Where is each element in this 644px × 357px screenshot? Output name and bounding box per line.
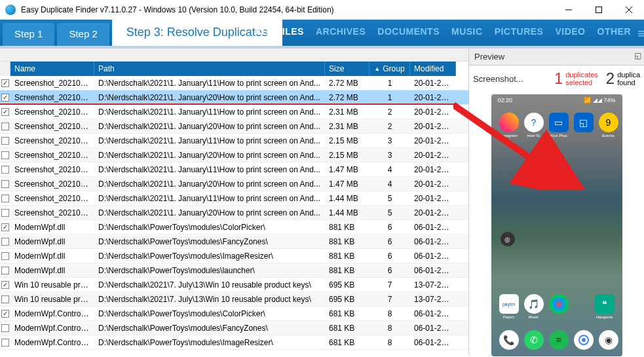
row-checkbox[interactable]: ✓	[0, 79, 10, 87]
header-name[interactable]: Name	[10, 62, 94, 76]
cell-name: ModernWpf.Controls....	[10, 309, 94, 318]
table-row[interactable]: ✓Screenshot_202101...D:\Nerdschalk\2021\…	[0, 76, 468, 90]
cell-modified: 06-01-2021	[410, 223, 456, 232]
preview-header: Preview ◱	[469, 48, 644, 66]
row-checkbox[interactable]	[0, 238, 10, 246]
table-row[interactable]: ✓Win 10 reusable pro...D:\Nerdschalk\202…	[0, 278, 468, 292]
table-row[interactable]: Screenshot_202101...D:\Nerdschalk\2021\1…	[0, 148, 468, 162]
cell-group: 5	[369, 194, 410, 203]
row-checkbox[interactable]	[0, 267, 10, 274]
cell-path: D:\Nerdschalk\2021\1. January\11\How to …	[94, 194, 325, 203]
header-size[interactable]: Size	[325, 62, 369, 76]
row-checkbox[interactable]: ✓	[0, 94, 10, 102]
header-checkbox[interactable]	[0, 62, 10, 76]
row-checkbox[interactable]	[0, 195, 10, 202]
cell-size: 881 KB	[325, 237, 369, 246]
table-row[interactable]: ✓ModernWpf.dllD:\Nerdschalk\PowerToys\mo…	[0, 220, 468, 235]
column-headers: Name Path Size ▲Group Modified	[0, 62, 468, 76]
header-group[interactable]: ▲Group	[369, 62, 410, 76]
table-row[interactable]: ModernWpf.Controls....D:\Nerdschalk\Powe…	[0, 335, 468, 350]
cell-size: 881 KB	[325, 223, 369, 232]
filter-archives[interactable]: Archives	[316, 26, 366, 37]
row-checkbox[interactable]	[0, 137, 10, 145]
table-row[interactable]: Screenshot_202101...D:\Nerdschalk\2021\1…	[0, 177, 468, 191]
cell-modified: 13-07-2021	[410, 295, 456, 304]
table-row[interactable]: ModernWpf.Controls....D:\Nerdschalk\Powe…	[0, 321, 468, 335]
cell-group: 6	[369, 237, 410, 246]
cell-size: 1.44 MB	[325, 208, 369, 217]
filter-pictures[interactable]: Pictures	[495, 26, 544, 37]
cell-size: 1.47 MB	[325, 179, 369, 189]
header-modified[interactable]: Modified	[410, 62, 456, 76]
cell-modified: 13-07-2021	[410, 280, 456, 290]
row-checkbox[interactable]	[0, 166, 10, 174]
cell-group: 7	[369, 280, 410, 290]
table-row[interactable]: Screenshot_202101...D:\Nerdschalk\2021\1…	[0, 162, 468, 177]
table-row[interactable]: Screenshot_202101...D:\Nerdschalk\2021\1…	[0, 191, 468, 206]
cell-group: 3	[369, 151, 410, 160]
filter-video[interactable]: Video	[555, 26, 585, 37]
cell-group: 3	[369, 136, 410, 145]
cell-group: 2	[369, 122, 410, 131]
cell-size: 881 KB	[325, 266, 369, 275]
cell-name: ModernWpf.dll	[10, 266, 94, 275]
cell-group: 8	[369, 324, 410, 333]
tab-step1[interactable]: Step 1	[3, 23, 54, 46]
cell-name: ModernWpf.dll	[10, 252, 94, 261]
window-title: Easy Duplicate Finder v7.11.0.27 - Windo…	[21, 5, 334, 14]
filter-documents[interactable]: Documents	[377, 26, 440, 37]
row-checkbox[interactable]	[0, 339, 10, 347]
row-checkbox[interactable]: ✓	[0, 281, 10, 289]
header-path[interactable]: Path	[94, 62, 325, 76]
row-checkbox[interactable]	[0, 151, 10, 159]
row-checkbox[interactable]	[0, 324, 10, 332]
row-checkbox[interactable]	[0, 295, 10, 303]
cell-size: 1.47 MB	[325, 165, 369, 174]
cell-modified: 06-01-2021	[410, 338, 456, 347]
cell-group: 6	[369, 266, 410, 275]
table-row[interactable]: Screenshot_202101...D:\Nerdschalk\2021\1…	[0, 134, 468, 148]
table-row[interactable]: ✓Screenshot_202101...D:\Nerdschalk\2021\…	[0, 105, 468, 119]
filter-all[interactable]: All Files	[255, 26, 304, 37]
cell-path: D:\Nerdschalk\PowerToys\modules\ImageRes…	[94, 338, 325, 347]
table-row[interactable]: ModernWpf.dllD:\Nerdschalk\PowerToys\mod…	[0, 235, 468, 249]
row-checkbox[interactable]	[0, 209, 10, 217]
row-checkbox[interactable]	[0, 180, 10, 188]
table-row[interactable]: ModernWpf.dllD:\Nerdschalk\PowerToys\mod…	[0, 249, 468, 263]
cell-name: Win 10 reusable pro...	[10, 295, 94, 304]
maximize-button[interactable]	[584, 0, 614, 20]
preview-image: 02:20📶 ◢◢ 74% Instagram ?How To ▭Your Ph…	[491, 94, 622, 356]
cell-name: Screenshot_202101...	[10, 165, 94, 174]
close-button[interactable]	[614, 0, 644, 20]
app-icon	[5, 5, 16, 15]
svg-point-5	[582, 338, 586, 342]
row-checkbox[interactable]: ✓	[0, 108, 10, 116]
table-row[interactable]: ✓ModernWpf.Controls....D:\Nerdschalk\Pow…	[0, 307, 468, 321]
cell-size: 681 KB	[325, 309, 369, 318]
cell-modified: 20-01-2021	[410, 136, 456, 145]
table-row[interactable]: Screenshot_202101...D:\Nerdschalk\2021\1…	[0, 206, 468, 220]
popout-icon[interactable]: ◱	[634, 51, 641, 60]
cell-modified: 06-01-2021	[410, 252, 456, 261]
cell-path: D:\Nerdschalk\PowerToys\modules\ColorPic…	[94, 309, 325, 318]
table-row[interactable]: Win 10 reusable pro...D:\Nerdschalk\2021…	[0, 292, 468, 307]
cell-modified: 20-01-2021	[410, 179, 456, 189]
stat-duplicates-selected: 1 duplicatesselected	[554, 69, 598, 88]
filter-other[interactable]: Other	[597, 26, 632, 37]
cell-path: D:\Nerdschalk\PowerToys\modules\ColorPic…	[94, 223, 325, 232]
row-checkbox[interactable]: ✓	[0, 223, 10, 231]
tab-step2[interactable]: Step 2	[57, 23, 109, 46]
menu-icon[interactable]: ≡	[637, 26, 644, 41]
row-checkbox[interactable]: ✓	[0, 310, 10, 318]
cell-size: 681 KB	[325, 338, 369, 347]
cell-path: D:\Nerdschalk\PowerToys\modules\FancyZon…	[94, 324, 325, 333]
row-checkbox[interactable]	[0, 252, 10, 260]
filter-music[interactable]: Music	[451, 26, 483, 37]
row-checkbox[interactable]	[0, 122, 10, 130]
minimize-button[interactable]	[554, 0, 584, 20]
table-row[interactable]: ✓Screenshot_202101...D:\Nerdschalk\2021\…	[0, 90, 468, 105]
svg-rect-1	[596, 7, 602, 13]
table-row[interactable]: ModernWpf.dllD:\Nerdschalk\PowerToys\mod…	[0, 263, 468, 278]
table-row[interactable]: Screenshot_202101...D:\Nerdschalk\2021\1…	[0, 119, 468, 134]
cell-modified: 06-01-2021	[410, 324, 456, 333]
